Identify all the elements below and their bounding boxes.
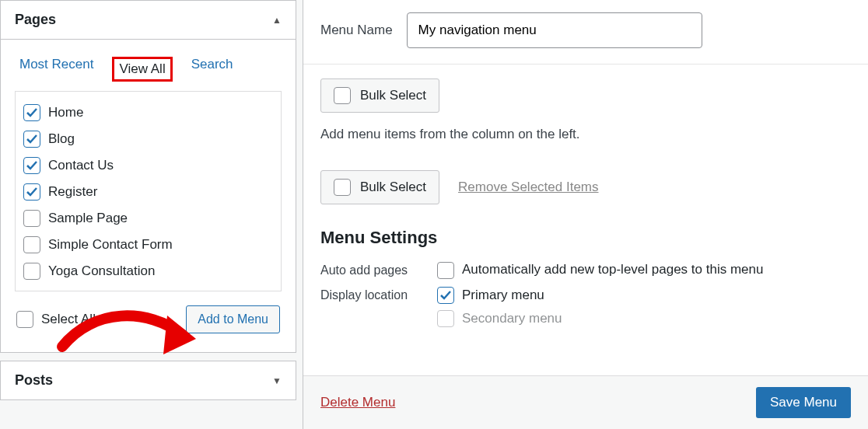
page-label: Home [48,105,83,120]
empty-menu-hint: Add menu items from the column on the le… [320,127,851,142]
panel-pages-title: Pages [15,12,56,28]
checkbox-register[interactable] [23,183,40,201]
checkbox-secondary-menu[interactable] [437,310,454,327]
checkbox-contact-us[interactable] [23,157,40,174]
page-label: Sample Page [48,211,128,226]
pages-items-list: Home Blog Contact Us Register [15,91,282,291]
chevron-up-icon: ▲ [272,15,282,26]
tab-view-all[interactable]: View All [112,57,172,82]
auto-add-option: Automatically add new top-level pages to… [462,262,763,277]
remove-selected-link[interactable]: Remove Selected Items [458,180,598,195]
checkbox-primary-menu[interactable] [437,287,454,304]
checkbox-sample-page[interactable] [23,210,40,227]
menu-settings-heading: Menu Settings [320,228,851,248]
select-all-label: Select All [41,312,96,327]
list-item[interactable]: Simple Contact Form [22,232,275,258]
list-item[interactable]: Register [22,179,275,205]
add-to-menu-button[interactable]: Add to Menu [186,305,280,333]
checkbox-bulk-select-top[interactable] [334,87,351,104]
page-label: Contact Us [48,158,114,173]
checkbox-select-all[interactable] [16,311,33,328]
panel-posts-title: Posts [15,372,53,389]
list-item[interactable]: Yoga Consultation [22,258,275,284]
bulk-select-bottom[interactable]: Bulk Select [320,170,439,204]
page-label: Register [48,184,97,200]
checkbox-home[interactable] [23,104,40,121]
checkbox-simple-contact-form[interactable] [23,236,40,253]
delete-menu-link[interactable]: Delete Menu [320,395,395,410]
checkbox-bulk-select-bottom[interactable] [334,179,351,196]
bulk-select-label: Bulk Select [360,180,426,195]
page-label: Blog [48,131,75,147]
page-label: Simple Contact Form [48,237,173,253]
panel-posts-header[interactable]: Posts ▼ [1,361,296,399]
list-item[interactable]: Blog [22,126,275,152]
tab-search[interactable]: Search [191,57,233,82]
bulk-select-label: Bulk Select [360,88,426,103]
menu-name-input[interactable] [407,12,702,48]
list-item[interactable]: Sample Page [22,205,275,232]
page-label: Yoga Consultation [48,263,155,279]
display-option-secondary: Secondary menu [462,311,562,326]
bulk-select-top[interactable]: Bulk Select [320,78,439,113]
display-option-primary: Primary menu [462,288,544,303]
menu-name-label: Menu Name [320,23,393,38]
list-item[interactable]: Contact Us [22,152,275,179]
panel-pages-header[interactable]: Pages ▲ [1,1,296,40]
checkbox-blog[interactable] [23,131,40,148]
auto-add-label: Auto add pages [320,262,429,277]
display-location-label: Display location [320,287,429,302]
list-item[interactable]: Home [22,99,275,126]
chevron-down-icon: ▼ [272,375,282,386]
checkbox-auto-add[interactable] [437,262,454,279]
tab-most-recent[interactable]: Most Recent [19,57,93,82]
checkbox-yoga-consultation[interactable] [23,263,40,280]
save-menu-button[interactable]: Save Menu [756,387,851,418]
